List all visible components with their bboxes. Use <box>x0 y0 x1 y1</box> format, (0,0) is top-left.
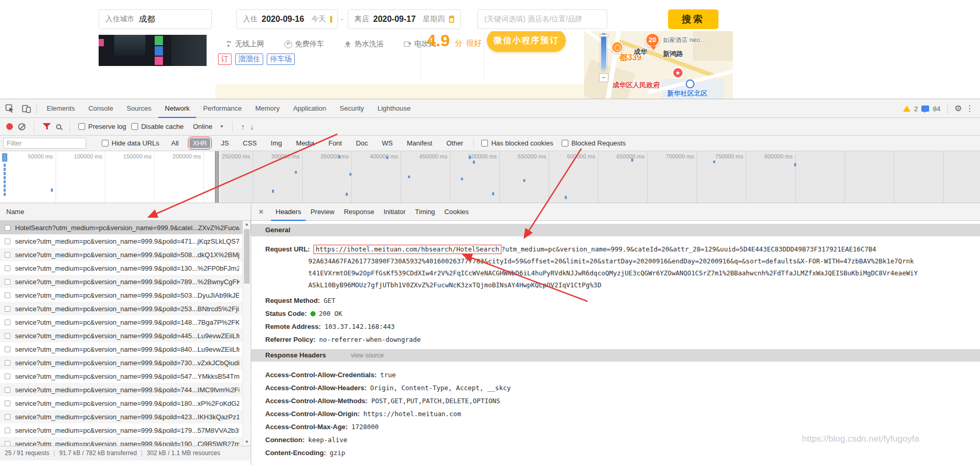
general-title: General <box>265 226 290 234</box>
map-clock-marker-icon[interactable] <box>611 41 623 54</box>
request-row[interactable]: service?utm_medium=pc&version_name=999.9… <box>0 261 251 275</box>
filter-type-manifest[interactable]: Manifest <box>404 138 435 148</box>
settings-gear-icon[interactable]: ⚙ <box>955 104 962 113</box>
view-source-link[interactable]: view source <box>351 352 384 359</box>
request-row[interactable]: service?utm_medium=pc&version_name=999.9… <box>0 423 251 437</box>
map-zoom-out-button[interactable]: − <box>599 73 608 82</box>
filter-type-ws[interactable]: WS <box>379 138 396 148</box>
keyword-placeholder: (关键词选填) 酒店名/位置/品牌 <box>484 15 582 24</box>
record-button[interactable] <box>6 123 13 130</box>
tab-security[interactable]: Security <box>333 99 371 118</box>
checkbox-icon[interactable] <box>481 140 488 147</box>
request-row[interactable]: service?utm_medium=pc&version_name=999.9… <box>0 356 251 369</box>
detail-tab-response[interactable]: Response <box>339 203 379 221</box>
disable-cache-checkbox[interactable]: Disable cache <box>131 123 184 130</box>
tab-performance[interactable]: Performance <box>196 99 248 118</box>
export-har-icon[interactable]: ↓ <box>250 122 254 131</box>
throttling-select[interactable]: Online ▼ <box>193 123 224 130</box>
filter-type-media[interactable]: Media <box>293 138 317 148</box>
request-row[interactable]: service?utm_medium=pc&version_name=999.9… <box>0 383 251 396</box>
calendar-icon[interactable] <box>330 16 332 23</box>
request-row[interactable]: service?utm_medium=pc&version_name=999.9… <box>0 410 251 423</box>
filter-type-font[interactable]: Font <box>325 138 345 148</box>
filter-type-js[interactable]: JS <box>218 138 232 148</box>
device-toolbar-icon[interactable] <box>20 102 33 115</box>
hide-data-urls-checkbox[interactable]: Hide data URLs <box>102 139 159 147</box>
tab-application[interactable]: Application <box>287 99 333 118</box>
name-column-header[interactable]: Name <box>0 203 251 221</box>
scroll-up-icon[interactable]: ▲ <box>243 221 251 228</box>
tab-network[interactable]: Network <box>158 99 197 118</box>
network-filter-input[interactable]: Filter <box>3 138 86 149</box>
detail-tab-timing[interactable]: Timing <box>411 203 440 221</box>
tab-console[interactable]: Console <box>81 99 120 118</box>
clear-requests-icon[interactable] <box>18 123 25 130</box>
checkbox-icon[interactable] <box>562 140 568 147</box>
console-messages-icon[interactable] <box>921 105 929 112</box>
response-headers-section-header[interactable]: Response Headersview source <box>251 349 980 362</box>
request-row[interactable]: service?utm_medium=pc&version_name=999.9… <box>0 437 251 446</box>
checkbox-icon[interactable] <box>78 123 85 130</box>
divider <box>420 34 421 80</box>
request-row[interactable]: service?utm_medium=pc&version_name=999.9… <box>0 302 251 315</box>
scroll-down-icon[interactable]: ▼ <box>243 439 251 446</box>
checkin-field[interactable]: 入住 2020-09-16 今天 <box>236 9 338 29</box>
request-row[interactable]: service?utm_medium=pc&version_name=999.9… <box>0 275 251 288</box>
request-row[interactable]: service?utm_medium=pc&version_name=999.9… <box>0 396 251 410</box>
general-section-header[interactable]: General <box>251 224 980 236</box>
tab-elements[interactable]: Elements <box>40 99 81 118</box>
has-blocked-cookies-checkbox[interactable]: Has bl​ocked cookies <box>481 139 553 147</box>
filter-type-css[interactable]: CSS <box>240 138 260 148</box>
hotel-photo[interactable] <box>99 35 207 66</box>
checkbox-icon[interactable] <box>102 140 108 147</box>
detail-tab-headers[interactable]: Headers <box>271 203 306 221</box>
network-overview-timeline[interactable]: 50000 ms100000 ms150000 ms200000 ms25000… <box>0 151 980 203</box>
request-row[interactable]: service?utm_medium=pc&version_name=999.9… <box>0 342 251 356</box>
map-price-pin[interactable]: 20 <box>645 33 660 47</box>
request-row[interactable]: service?utm_medium=pc&version_name=999.9… <box>0 329 251 342</box>
import-har-icon[interactable]: ↑ <box>241 122 245 131</box>
hairdryer-icon <box>403 41 412 48</box>
tab-sources[interactable]: Sources <box>120 99 158 118</box>
keyword-input[interactable]: (关键词选填) 酒店名/位置/品牌 <box>478 9 607 29</box>
message-count[interactable]: 84 <box>933 105 940 113</box>
search-button[interactable]: 搜索 <box>668 9 718 29</box>
checkout-field[interactable]: 离店 2020-09-17 星期四 <box>348 9 461 29</box>
request-row[interactable]: service?utm_medium=pc&version_name=999.9… <box>0 315 251 329</box>
close-icon[interactable]: × <box>256 207 266 217</box>
timeline-gridline <box>697 151 697 203</box>
blocked-requests-checkbox[interactable]: Blocked Requests <box>562 139 626 147</box>
overview-window-divider[interactable] <box>215 151 219 203</box>
request-row[interactable]: service?utm_medium=pc&version_name=999.9… <box>0 234 251 248</box>
mini-map[interactable]: − 都339 20 如家酒店 neo… 成华 新鸿路 ★ 成华区人民政府 新华社… <box>584 30 733 99</box>
tab-lighthouse[interactable]: Lighthouse <box>371 99 417 118</box>
filter-type-other[interactable]: Other <box>443 138 467 148</box>
scrollbar-thumb[interactable] <box>244 229 250 284</box>
city-field[interactable]: 入住城市 成都 <box>99 9 212 29</box>
filter-funnel-icon[interactable] <box>43 123 51 130</box>
scrollbar[interactable]: ▲ ▼ <box>242 221 250 446</box>
map-zoom-slider[interactable] <box>601 33 607 70</box>
checkbox-icon[interactable] <box>131 123 138 130</box>
map-star-marker-icon[interactable]: ★ <box>672 67 684 78</box>
filter-type-all[interactable]: All <box>168 138 182 148</box>
tab-memory[interactable]: Memory <box>249 99 287 118</box>
filter-type-xhr[interactable]: XHR <box>189 138 210 148</box>
search-icon[interactable] <box>56 124 61 129</box>
preserve-log-checkbox[interactable]: Preserve log <box>78 123 126 130</box>
request-row[interactable]: service?utm_medium=pc&version_name=999.9… <box>0 369 251 383</box>
filter-type-doc[interactable]: Doc <box>353 138 371 148</box>
detail-tab-initiator[interactable]: Initiator <box>379 203 411 221</box>
inspect-element-icon[interactable] <box>3 102 17 115</box>
wechat-book-button[interactable]: 微信小程序预订 <box>487 29 566 52</box>
detail-tab-cookies[interactable]: Cookies <box>440 203 473 221</box>
filter-type-img[interactable]: Img <box>268 138 285 148</box>
warning-icon[interactable] <box>903 105 910 112</box>
warning-count[interactable]: 2 <box>914 105 918 113</box>
request-row[interactable]: service?utm_medium=pc&version_name=999.9… <box>0 288 251 302</box>
more-menu-icon[interactable]: ⋮ <box>965 104 974 113</box>
detail-tab-preview[interactable]: Preview <box>306 203 339 221</box>
request-row[interactable]: HotelSearch?utm_medium=pc&version_name=9… <box>0 221 251 234</box>
request-row[interactable]: service?utm_medium=pc&version_name=999.9… <box>0 248 251 261</box>
calendar-icon[interactable] <box>449 16 454 23</box>
